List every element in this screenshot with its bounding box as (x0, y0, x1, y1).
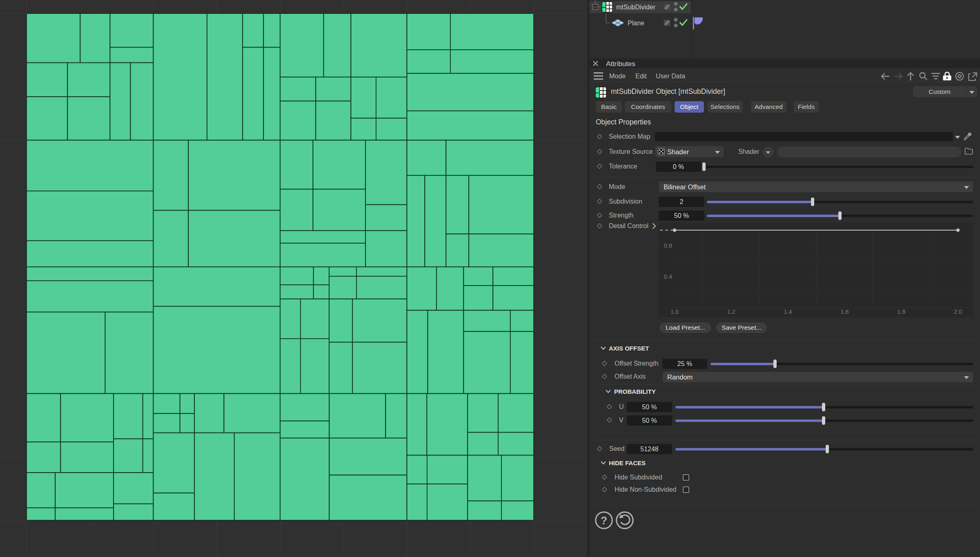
svg-text:1.8: 1.8 (897, 308, 905, 315)
svg-text:1.0: 1.0 (670, 308, 679, 315)
svg-text:1.6: 1.6 (840, 308, 849, 315)
svg-text:1.4: 1.4 (784, 308, 792, 315)
svg-text:?: ? (601, 515, 608, 527)
svg-text:1.2: 1.2 (727, 308, 735, 315)
svg-text:2.0: 2.0 (954, 308, 962, 315)
svg-text:0.4: 0.4 (664, 273, 672, 280)
svg-text:0.8: 0.8 (664, 242, 672, 249)
